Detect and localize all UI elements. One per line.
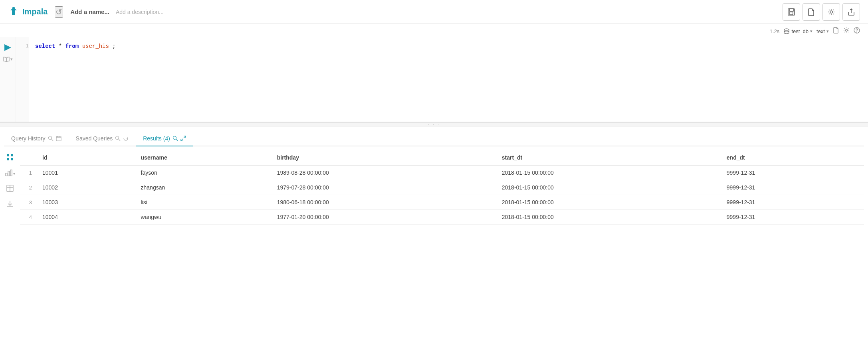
cell-username: zhangsan [135, 180, 271, 195]
svg-rect-26 [6, 173, 7, 176]
col-start-dt: start_dt [495, 150, 720, 165]
editor-doc-icon [833, 27, 839, 34]
header-action-buttons [783, 3, 860, 21]
editor-doc-button[interactable] [833, 27, 839, 35]
svg-point-10 [48, 136, 52, 140]
tab-query-history[interactable]: Query History [4, 132, 69, 146]
table-name: user_his [82, 43, 109, 49]
svg-point-1 [12, 7, 15, 9]
run-query-button[interactable]: ▶ [4, 43, 11, 51]
book-icon [3, 56, 10, 62]
cell-id: 10001 [36, 165, 135, 180]
calendar-icon [56, 136, 61, 141]
cell-id: 10003 [36, 195, 135, 210]
svg-rect-27 [8, 171, 10, 176]
cell-end-dt: 9999-12-31 [720, 180, 864, 195]
chart-button[interactable] [5, 169, 12, 178]
svg-rect-28 [10, 170, 12, 176]
svg-line-19 [176, 139, 178, 141]
results-side-icons: ▾ [4, 150, 20, 225]
cell-id: 10002 [36, 180, 135, 195]
svg-point-7 [846, 30, 848, 32]
resize-handle[interactable]: · · · [0, 122, 868, 126]
cell-username: fayson [135, 165, 271, 180]
editor-settings-button[interactable] [843, 27, 850, 35]
share-button[interactable] [842, 3, 860, 21]
book-chevron-icon: ▾ [10, 57, 13, 62]
code-star: * [59, 43, 65, 49]
tab-query-history-label: Query History [11, 135, 46, 142]
tabs-bar: Query History Saved Queries [4, 126, 864, 146]
table-row: 3 10003 lisi 1980-06-18 00:00:00 2018-01… [20, 195, 864, 210]
svg-rect-22 [7, 154, 9, 156]
format-chevron-icon[interactable]: ▾ [826, 29, 829, 34]
cell-birthday: 1977-01-20 00:00:00 [271, 210, 495, 225]
results-tbody: 1 10001 fayson 1989-08-28 00:00:00 2018-… [20, 165, 864, 225]
code-semicolon: ; [112, 43, 115, 49]
cell-end-dt: 9999-12-31 [720, 195, 864, 210]
table-row: 4 10004 wangwu 1977-01-20 00:00:00 2018-… [20, 210, 864, 225]
search-icon-results [172, 136, 178, 141]
save-button[interactable] [783, 3, 800, 21]
expand-icon [180, 136, 186, 141]
cell-start-dt: 2018-01-15 00:00:00 [495, 180, 720, 195]
tab-results-label: Results (4) [143, 135, 170, 142]
cell-birthday: 1980-06-18 00:00:00 [271, 195, 495, 210]
editor-gear-icon [843, 27, 850, 34]
chart-button-group: ▾ [5, 169, 15, 178]
cell-start-dt: 2018-01-15 00:00:00 [495, 210, 720, 225]
editor-gutter: ▶ ▾ [0, 37, 16, 122]
cell-rownum: 3 [20, 195, 36, 210]
cell-rownum: 1 [20, 165, 36, 180]
svg-rect-23 [11, 154, 13, 156]
svg-point-18 [173, 136, 176, 140]
keyword-select: select [35, 43, 55, 49]
cell-rownum: 4 [20, 210, 36, 225]
document-name-placeholder[interactable]: Add a name... [70, 8, 109, 15]
undo-button[interactable]: ↺ [55, 6, 63, 18]
results-panel: Query History Saved Queries [0, 126, 868, 233]
cell-end-dt: 9999-12-31 [720, 165, 864, 180]
svg-rect-3 [789, 9, 793, 11]
col-end-dt: end_dt [720, 150, 864, 165]
cell-username: lisi [135, 195, 271, 210]
settings-button[interactable] [822, 3, 840, 21]
svg-point-5 [830, 11, 832, 13]
grid-icon [6, 154, 14, 161]
help-button[interactable] [854, 27, 860, 35]
table-icon [6, 185, 14, 192]
sql-editor: ▶ ▾ 1 select * from user_his ; [0, 37, 868, 122]
app-name: Impala [22, 7, 48, 16]
table-view-button[interactable] [6, 185, 14, 194]
grid-view-button[interactable] [6, 154, 14, 163]
tab-results[interactable]: Results (4) [136, 132, 193, 146]
cell-rownum: 2 [20, 180, 36, 195]
new-document-button[interactable] [803, 3, 820, 21]
svg-point-9 [856, 32, 857, 32]
code-display[interactable]: select * from user_his ; [29, 37, 868, 122]
table-header: id username birthday start_dt end_dt [20, 150, 864, 165]
results-table-wrap: ▾ id [4, 146, 864, 225]
table-row: 1 10001 fayson 1989-08-28 00:00:00 2018-… [20, 165, 864, 180]
editor-book-button[interactable]: ▾ [3, 56, 13, 62]
table-row: 2 10002 zhangsan 1979-07-28 00:00:00 201… [20, 180, 864, 195]
save-icon [787, 8, 795, 16]
app-logo: Impala [8, 6, 48, 18]
format-value: text [816, 28, 825, 34]
database-selector[interactable]: test_db ▾ [783, 28, 813, 34]
svg-rect-25 [11, 158, 13, 160]
col-username: username [135, 150, 271, 165]
app-header: Impala ↺ Add a name... Add a description… [0, 0, 868, 24]
chart-chevron-icon[interactable]: ▾ [13, 172, 15, 176]
query-time: 1.2s [770, 28, 780, 34]
svg-line-11 [52, 139, 53, 141]
format-selector[interactable]: text ▾ [816, 28, 829, 34]
tab-saved-queries[interactable]: Saved Queries [69, 132, 136, 146]
document-description-placeholder[interactable]: Add a description... [116, 9, 164, 15]
database-chevron-icon[interactable]: ▾ [810, 29, 813, 34]
svg-rect-4 [790, 12, 793, 15]
search-icon-saved [115, 136, 121, 141]
download-button[interactable] [6, 200, 14, 209]
svg-point-6 [784, 29, 789, 30]
tab-saved-queries-label: Saved Queries [76, 135, 113, 142]
